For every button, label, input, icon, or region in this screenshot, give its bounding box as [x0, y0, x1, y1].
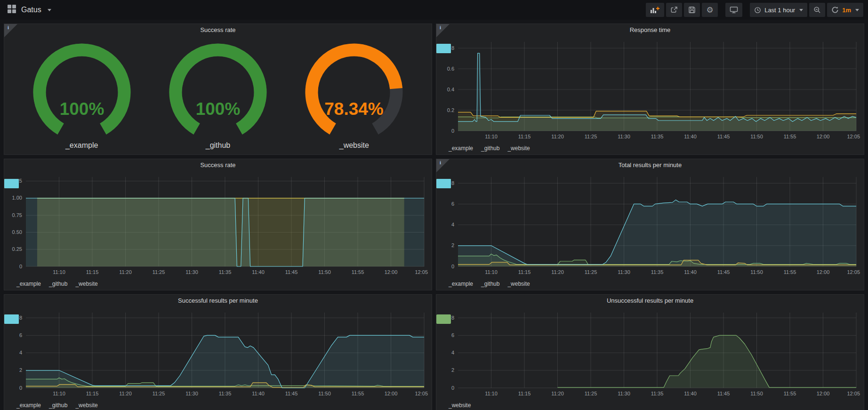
chevron-down-icon[interactable] [48, 9, 51, 11]
legend-item-_website[interactable]: _website [449, 402, 471, 409]
panel-success-rate-graph: Success rate 00.250.500.751.001.2511:101… [4, 159, 432, 290]
time-range-label: Last 1 hour [764, 7, 795, 14]
svg-text:12:00: 12:00 [817, 269, 830, 275]
share-button[interactable] [666, 3, 682, 17]
time-series-plot[interactable]: 00.20.40.60.811:1011:1511:2011:2511:3011… [436, 36, 864, 142]
svg-text:11:25: 11:25 [585, 391, 597, 396]
legend-item-_website[interactable]: _website [75, 402, 97, 409]
svg-text:11:30: 11:30 [618, 269, 630, 275]
svg-text:11:55: 11:55 [784, 269, 796, 275]
legend: _website [436, 399, 864, 410]
legend-item-_github[interactable]: _github [49, 402, 67, 409]
add-panel-button[interactable] [646, 3, 664, 17]
gear-icon: ⚙ [707, 6, 714, 14]
svg-text:11:10: 11:10 [53, 269, 65, 275]
panel-info-corner[interactable] [4, 24, 17, 37]
svg-text:11:30: 11:30 [618, 134, 630, 139]
gauge-arc: 78.34% [297, 41, 410, 139]
panel-info-corner[interactable] [436, 24, 450, 37]
svg-text:6: 6 [451, 201, 454, 207]
settings-button[interactable]: ⚙ [702, 3, 718, 17]
dashboard-grid: i Success rate 100% _example 100% _githu… [0, 20, 868, 410]
legend-item-_github[interactable]: _github [481, 281, 499, 287]
legend-color-dash [436, 314, 451, 324]
panel-title[interactable]: Successful results per minute [4, 295, 432, 307]
legend-label: _website [449, 402, 471, 409]
time-series-plot[interactable]: 0246811:1011:1511:2011:2511:3011:3511:40… [4, 307, 432, 399]
svg-text:12:00: 12:00 [817, 134, 830, 139]
legend-item-_website[interactable]: _website [507, 145, 530, 152]
gauge-label: _website [339, 141, 369, 150]
legend-item-_example[interactable]: _example [449, 145, 473, 152]
panel-info-corner[interactable] [436, 159, 450, 172]
svg-text:11:25: 11:25 [585, 134, 597, 139]
panel-title[interactable]: Success rate [4, 159, 432, 171]
svg-text:11:15: 11:15 [518, 134, 531, 139]
time-series-plot[interactable]: 0246811:1011:1511:2011:2511:3011:3511:40… [436, 307, 864, 399]
svg-text:11:20: 11:20 [119, 391, 132, 396]
svg-text:8: 8 [451, 315, 454, 321]
svg-text:11:15: 11:15 [518, 269, 531, 275]
svg-text:0: 0 [451, 264, 454, 269]
svg-text:0: 0 [19, 385, 22, 391]
share-icon [670, 6, 678, 14]
time-series-plot[interactable]: 0246811:1011:1511:2011:2511:3011:3511:40… [436, 171, 864, 278]
time-series-plot[interactable]: 00.250.500.751.001.2511:1011:1511:2011:2… [4, 171, 432, 278]
svg-text:11:55: 11:55 [784, 134, 796, 139]
svg-text:11:20: 11:20 [551, 269, 564, 275]
legend-item-_example[interactable]: _example [449, 281, 473, 287]
svg-text:11:40: 11:40 [684, 269, 697, 275]
legend-label: _github [481, 145, 499, 152]
svg-text:11:10: 11:10 [485, 269, 498, 275]
svg-text:12:00: 12:00 [385, 391, 398, 396]
svg-text:11:20: 11:20 [119, 269, 132, 275]
gauge-label: _example [65, 141, 98, 150]
gauge-row: 100% _example 100% _github 78.34% _websi… [4, 36, 432, 154]
svg-text:11:30: 11:30 [185, 391, 198, 396]
panel-title[interactable]: Unsuccessful results per minute [436, 295, 864, 307]
dashboard-grid-icon[interactable] [8, 5, 16, 15]
svg-text:0: 0 [451, 385, 454, 391]
time-range-picker[interactable]: Last 1 hour [750, 3, 807, 17]
legend-item-_github[interactable]: _github [49, 281, 67, 287]
panel-response-time: i Response time 00.20.40.60.811:1011:151… [436, 24, 864, 155]
svg-text:0.25: 0.25 [12, 246, 22, 252]
legend-item-_website[interactable]: _website [507, 281, 530, 287]
svg-text:0.75: 0.75 [12, 212, 22, 218]
legend-label: _website [507, 145, 530, 152]
zoom-out-button[interactable] [809, 3, 825, 17]
gauge-arc: 100% [161, 41, 274, 139]
svg-text:2: 2 [19, 367, 22, 373]
legend-item-_example[interactable]: _example [16, 402, 41, 409]
tv-mode-button[interactable] [725, 3, 742, 17]
gauge-example: 100% _example [25, 41, 138, 150]
panel-title[interactable]: Total results per minute [436, 159, 864, 171]
svg-text:12:00: 12:00 [817, 391, 830, 396]
legend-label: _website [507, 281, 530, 287]
legend-item-_github[interactable]: _github [481, 145, 499, 152]
svg-text:11:45: 11:45 [717, 134, 730, 139]
panel-title[interactable]: Success rate [4, 24, 432, 36]
gauge-arc: 100% [25, 41, 138, 139]
svg-text:8: 8 [451, 180, 454, 186]
svg-text:11:30: 11:30 [185, 269, 198, 275]
refresh-button[interactable]: 1m [827, 3, 863, 17]
monitor-icon [730, 6, 738, 14]
save-button[interactable] [684, 3, 700, 17]
svg-text:6: 6 [19, 332, 22, 338]
svg-text:11:35: 11:35 [651, 134, 664, 139]
legend-item-_website[interactable]: _website [75, 281, 97, 287]
svg-text:2: 2 [451, 242, 454, 248]
svg-text:11:45: 11:45 [717, 269, 730, 275]
svg-text:11:15: 11:15 [518, 391, 531, 396]
dashboard-title[interactable]: Gatus [21, 6, 41, 14]
svg-text:12:05: 12:05 [415, 269, 428, 275]
panel-success-rate-gauges: i Success rate 100% _example 100% _githu… [4, 24, 432, 155]
legend-item-_example[interactable]: _example [16, 281, 41, 287]
svg-text:78.34%: 78.34% [325, 99, 384, 119]
refresh-icon [831, 6, 839, 14]
chevron-down-icon [799, 9, 803, 11]
svg-text:1.00: 1.00 [12, 195, 22, 201]
svg-text:12:05: 12:05 [415, 391, 428, 396]
panel-title[interactable]: Response time [436, 24, 864, 36]
